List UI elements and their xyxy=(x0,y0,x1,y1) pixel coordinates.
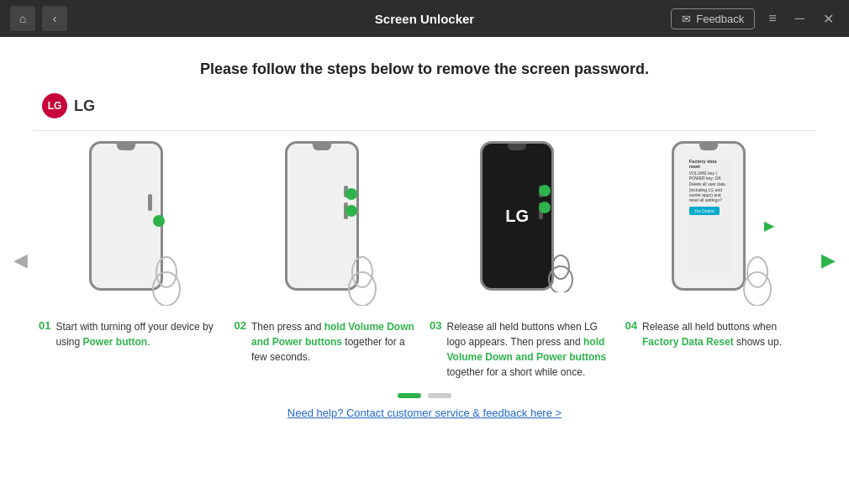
divider xyxy=(34,130,815,131)
step-2-phone xyxy=(277,141,377,309)
step-2-number: 02 xyxy=(235,319,246,332)
step-4-highlight: Factory Data Reset xyxy=(642,336,734,348)
step-4: Factory data reset VOLUME key | POWER ke… xyxy=(620,141,816,380)
pagination xyxy=(398,393,451,398)
factory-line-3: (including LG and carrier apps) and rese… xyxy=(689,187,728,202)
step-2-green-dot-2 xyxy=(345,205,357,217)
step-4-instruction: Release all held buttons when Factory Da… xyxy=(642,319,810,349)
step-4-factory-screen: Factory data reset VOLUME key | POWER ke… xyxy=(686,155,731,276)
step-3-lg-text: LG xyxy=(505,207,529,226)
next-arrow-button[interactable]: ▶ xyxy=(818,246,839,275)
titlebar: ⌂ ‹ Screen Unlocker ✉ Feedback ≡ ─ ✕ xyxy=(0,0,849,37)
step-2-green-dot-1 xyxy=(345,188,357,200)
factory-screen-title: Factory data reset xyxy=(689,159,728,169)
menu-icon: ≡ xyxy=(768,11,776,25)
feedback-label: Feedback xyxy=(696,13,744,25)
titlebar-right-controls: ✉ Feedback ≡ ─ ✕ xyxy=(671,8,839,30)
step-1-notch xyxy=(117,144,135,150)
back-icon: ‹ xyxy=(53,12,57,25)
feedback-button[interactable]: ✉ Feedback xyxy=(671,8,755,29)
steps-wrapper: ◀ 01 xyxy=(34,141,815,380)
step-1-text-row: 01 Start with turning off your device by… xyxy=(39,319,224,349)
page-title: Please follow the steps below to remove … xyxy=(200,60,649,78)
step-3-hand-icon xyxy=(542,250,576,292)
brand-logo: LG xyxy=(42,93,67,118)
brand-logo-text: LG xyxy=(48,100,62,112)
close-button[interactable]: ✕ xyxy=(818,8,839,30)
step-3-notch xyxy=(508,144,526,150)
pagination-dot-2[interactable] xyxy=(428,393,451,398)
step-4-notch xyxy=(699,144,718,150)
minimize-button[interactable]: ─ xyxy=(790,8,809,29)
step-3-instruction: Release all held buttons when LG logo ap… xyxy=(446,319,614,380)
step-4-phone: Factory data reset VOLUME key | POWER ke… xyxy=(663,141,773,309)
step-3-highlight: hold Volume Down and Power buttons xyxy=(446,336,606,363)
home-icon: ⌂ xyxy=(19,12,26,25)
prev-arrow-button[interactable]: ◀ xyxy=(10,246,31,275)
step-4-number: 04 xyxy=(625,319,637,332)
right-arrow-icon: ▶ xyxy=(821,249,836,271)
step-3-text-row: 03 Release all held buttons when LG logo… xyxy=(430,319,615,380)
home-button[interactable]: ⌂ xyxy=(10,6,35,31)
step-2-instruction: Then press and hold Volume Down and Powe… xyxy=(251,319,419,365)
step-2-notch xyxy=(313,144,331,150)
left-arrow-icon: ◀ xyxy=(13,249,28,271)
step-4-text-row: 04 Release all held buttons when Factory… xyxy=(625,319,811,349)
step-2-text-row: 02 Then press and hold Volume Down and P… xyxy=(235,319,420,365)
step-1-power-btn xyxy=(148,194,152,211)
menu-button[interactable]: ≡ xyxy=(763,8,781,29)
step-3: LG 03 Release all held buttons when LG l… xyxy=(424,141,620,380)
steps-container: 01 Start with turning off your device by… xyxy=(34,141,815,380)
factory-yes-btn: Yes Delete xyxy=(689,207,720,215)
step-2: 02 Then press and hold Volume Down and P… xyxy=(229,141,425,380)
step-2-hand-icon xyxy=(339,247,381,306)
help-link[interactable]: Need help? Contact customer service & fe… xyxy=(287,407,562,419)
step-1-green-dot xyxy=(153,215,165,227)
factory-line-2: Delete all user data xyxy=(689,181,728,186)
step-2-highlight-1: hold Volume Down and Power buttons xyxy=(251,321,414,348)
step-1-highlight: Power button xyxy=(83,336,148,348)
step-3-phone: LG xyxy=(472,141,572,309)
close-icon: ✕ xyxy=(823,12,834,26)
step-1-number: 01 xyxy=(39,319,50,332)
step-1-phone xyxy=(81,141,182,309)
pagination-dot-1[interactable] xyxy=(398,393,421,398)
step-1: 01 Start with turning off your device by… xyxy=(34,141,229,380)
factory-line-1: VOLUME key | POWER key: OK xyxy=(689,171,728,181)
brand-name: LG xyxy=(74,97,95,115)
main-content: Please follow the steps below to remove … xyxy=(0,37,849,504)
mail-icon: ✉ xyxy=(682,13,691,25)
titlebar-left-controls: ⌂ ‹ xyxy=(10,6,67,31)
step-4-arrow-icon: ▶ xyxy=(764,218,774,234)
brand-row: LG LG xyxy=(42,93,95,118)
step-3-number: 03 xyxy=(430,319,441,332)
minimize-icon: ─ xyxy=(795,11,804,25)
app-title: Screen Unlocker xyxy=(375,12,474,26)
step-1-hand-icon xyxy=(143,247,185,306)
step-1-instruction: Start with turning off your device by us… xyxy=(55,319,224,349)
back-button[interactable]: ‹ xyxy=(42,6,67,31)
step-4-hand-icon xyxy=(734,247,776,306)
